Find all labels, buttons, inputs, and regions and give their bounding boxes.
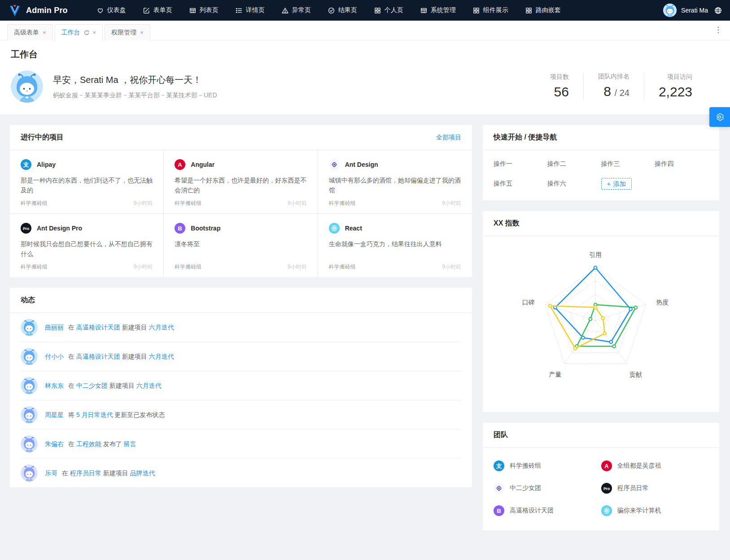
nav-item-7[interactable]: 个人页 <box>366 0 412 21</box>
quick-op-5[interactable]: 操作五 <box>494 180 547 188</box>
project-desc: 那时候我只会想自己想要什么，从不想自己拥有什么 <box>21 239 153 259</box>
nav-item-2[interactable]: 表单页 <box>135 0 181 21</box>
project-name-link[interactable]: React <box>345 225 362 232</box>
app-logo-icon <box>8 4 22 17</box>
nav-item-9[interactable]: 组件展示 <box>464 0 517 21</box>
activity-link[interactable]: 乐哥 <box>45 469 57 477</box>
activity-text: 付小小 在 高逼格设计天团 新建项目 六月迭代 <box>45 352 174 361</box>
activity-link[interactable]: 品牌迭代 <box>130 469 155 477</box>
project-card-head: BBootstrap <box>175 223 306 234</box>
refresh-icon[interactable] <box>84 30 89 35</box>
project-group-link[interactable]: 科学搬砖组 <box>21 263 48 271</box>
activities-panel: 动态 曲丽丽 在 高逼格设计天团 新建项目 六月迭代 付小小 在 高逼格设计天团… <box>10 288 472 487</box>
user-menu[interactable]: Serati Ma <box>663 4 708 17</box>
nav-item-10[interactable]: 路由嵌套 <box>517 0 569 21</box>
nav-item-label: 表单页 <box>153 6 172 14</box>
team-item-6[interactable]: 骗你来学计算机 <box>601 505 709 516</box>
close-icon[interactable]: × <box>93 30 96 35</box>
team-item-5[interactable]: B高逼格设计天团 <box>494 505 601 516</box>
project-group-link[interactable]: 科学搬砖组 <box>175 200 201 207</box>
add-button[interactable]: +添加 <box>601 178 632 190</box>
tab-2[interactable]: 工作台× <box>55 24 103 40</box>
activity-link[interactable]: 中二少女团 <box>76 382 108 389</box>
activity-link[interactable]: 付小小 <box>45 353 64 360</box>
quick-op-2[interactable]: 操作二 <box>547 160 601 168</box>
team-item-1[interactable]: 支科学搬砖组 <box>494 460 601 471</box>
tab-more-icon[interactable]: ⋮ <box>714 25 722 35</box>
project-name-link[interactable]: Bootstrap <box>191 225 220 232</box>
stat-value: 2,223 <box>659 84 692 100</box>
activity-link[interactable]: 六月迭代 <box>149 353 174 360</box>
project-card-1[interactable]: 支Alipay那是一种内在的东西，他们到达不了，也无法触及的科学搬砖组9小时前 <box>10 150 164 214</box>
nav-item-8[interactable]: 系统管理 <box>412 0 464 21</box>
activity-link[interactable]: 曲丽丽 <box>45 324 64 331</box>
activity-link[interactable]: 朱偏右 <box>45 440 64 447</box>
project-card-head: Ant Design <box>329 159 461 170</box>
globe-icon[interactable] <box>714 7 722 14</box>
svg-text:产量: 产量 <box>549 371 561 378</box>
project-name-link[interactable]: Angular <box>191 161 214 168</box>
project-card-3[interactable]: Ant Design城镇中有那么多的酒馆，她却偏偏走进了我的酒馆科学搬砖组9小时… <box>318 150 472 214</box>
quick-op-3[interactable]: 操作三 <box>601 160 655 168</box>
project-card-head: React <box>329 223 461 234</box>
team-item-3[interactable]: 中二少女团 <box>494 483 601 494</box>
activity-link[interactable]: 工程效能 <box>76 440 101 447</box>
team-item-4[interactable]: Pro程序员日常 <box>601 483 709 494</box>
activity-text: 朱偏右 在 工程效能 发布了 留言 <box>45 439 136 449</box>
project-group-link[interactable]: 科学搬砖组 <box>329 263 356 271</box>
all-projects-link[interactable]: 全部项目 <box>436 134 461 142</box>
project-group-link[interactable]: 科学搬砖组 <box>175 263 201 271</box>
nav-item-5[interactable]: 异常页 <box>273 0 319 21</box>
nav-item-6[interactable]: 结果页 <box>319 0 366 21</box>
project-card-foot: 科学搬砖组9小时前 <box>21 263 153 271</box>
project-desc: 城镇中有那么多的酒馆，她却偏偏走进了我的酒馆 <box>329 175 461 195</box>
activity-link[interactable]: 六月迭代 <box>136 382 162 389</box>
project-card-5[interactable]: BBootstrap凛冬将至科学搬砖组9小时前 <box>164 214 318 277</box>
project-card-head: 支Alipay <box>21 159 153 170</box>
activity-link[interactable]: 六月迭代 <box>149 324 174 331</box>
nav-item-3[interactable]: 列表页 <box>181 0 227 21</box>
quick-op-4[interactable]: 操作四 <box>655 160 708 168</box>
activity-link[interactable]: 高逼格设计天团 <box>76 353 120 360</box>
activity-link[interactable]: 程序员日常 <box>70 469 101 477</box>
user-name: Serati Ma <box>681 7 708 14</box>
team-item-2[interactable]: A全组都是吴彦祖 <box>601 460 709 471</box>
content: 进行中的项目 全部项目 支Alipay那是一种内在的东西，他们到达不了，也无法触… <box>0 114 730 541</box>
antd-icon <box>329 159 340 170</box>
quick-op-1[interactable]: 操作一 <box>494 160 547 168</box>
close-icon[interactable]: × <box>43 30 46 35</box>
activity-avatar <box>21 435 38 452</box>
tab-1[interactable]: 高级表单× <box>7 24 53 40</box>
activity-link[interactable]: 林东东 <box>45 382 64 389</box>
quick-op-6[interactable]: 操作六 <box>547 180 601 188</box>
pro-icon: Pro <box>21 223 31 234</box>
tab-label: 权限管理 <box>111 29 136 37</box>
activity-link[interactable]: 周星星 <box>45 411 64 418</box>
project-card-4[interactable]: ProAnt Design Pro那时候我只会想自己想要什么，从不想自己拥有什么… <box>10 214 164 277</box>
activity-plain-text: 在 <box>66 440 76 447</box>
activity-link[interactable]: 高逼格设计天团 <box>76 324 120 331</box>
activity-link[interactable]: 留言 <box>124 440 136 447</box>
nav-item-4[interactable]: 详情页 <box>227 0 273 21</box>
activity-text: 林东东 在 中二少女团 新建项目 六月迭代 <box>45 381 162 391</box>
svg-text:口碑: 口碑 <box>522 299 534 306</box>
projects-title: 进行中的项目 <box>21 133 64 142</box>
nav-item-1[interactable]: 仪表盘 <box>88 0 135 21</box>
nav-item-label: 系统管理 <box>431 6 456 14</box>
brand[interactable]: Admin Pro <box>8 4 68 17</box>
theme-settings-button[interactable] <box>709 107 730 127</box>
project-card-6[interactable]: React生命就像一盒巧克力，结果往往出人意料科学搬砖组9小时前 <box>318 214 472 277</box>
project-name-link[interactable]: Ant Design Pro <box>37 225 82 232</box>
header-stats: 项目数56团队内排名8 / 24项目访问2,223 <box>536 73 719 101</box>
tab-3[interactable]: 权限管理× <box>105 24 150 40</box>
project-group-link[interactable]: 科学搬砖组 <box>21 200 48 207</box>
project-card-2[interactable]: AAngular希望是一个好东西，也许是最好的，好东西是不会消亡的科学搬砖组9小… <box>164 150 318 214</box>
bootstrap-icon: B <box>494 505 504 516</box>
project-name-link[interactable]: Alipay <box>37 161 56 168</box>
project-name-link[interactable]: Ant Design <box>345 161 378 168</box>
activity-link[interactable]: 5 月日常迭代 <box>76 411 113 418</box>
angular-icon: A <box>175 159 185 170</box>
nav-item-label: 结果页 <box>338 6 357 14</box>
project-group-link[interactable]: 科学搬砖组 <box>329 200 356 207</box>
close-icon[interactable]: × <box>140 30 144 35</box>
